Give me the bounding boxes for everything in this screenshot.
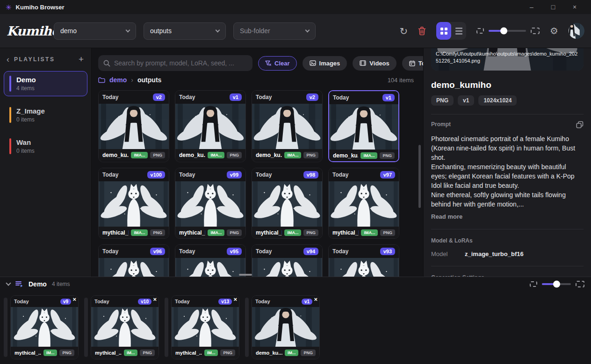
format-badge: PNG — [227, 152, 242, 158]
result-card[interactable]: Today v98 mythical_k... IMA... PNG — [252, 168, 323, 239]
card-thumbnail[interactable] — [175, 181, 245, 227]
card-thumbnail[interactable] — [175, 104, 245, 149]
playlist-card[interactable]: × Today v1 demo_ku... IM... PNG — [252, 295, 320, 359]
detail-badges: PNG v1 1024x1024 — [431, 95, 584, 106]
model-value: z_image_turbo_bf16 — [465, 250, 524, 257]
format-badge: PNG — [380, 152, 395, 159]
list-view-toggle[interactable] — [451, 22, 466, 40]
remove-from-playlist-button[interactable]: × — [153, 296, 157, 302]
type-badge: IMA... — [131, 229, 148, 236]
version-badge: v1 — [382, 94, 395, 101]
detail-badge: 1024x1024 — [478, 95, 517, 106]
minimize-button[interactable]: – — [521, 3, 542, 11]
filter-videos-button[interactable]: Videos — [353, 56, 396, 71]
card-thumbnail[interactable] — [329, 181, 399, 227]
thumbnail-size-slider[interactable] — [489, 30, 526, 32]
grid-scroll-handle[interactable] — [239, 274, 252, 276]
maximize-button[interactable]: □ — [542, 3, 564, 11]
result-card[interactable]: Today v94 mythical_k... IMA... PNG — [252, 244, 323, 277]
card-thumbnail[interactable] — [252, 258, 322, 277]
playlist-item[interactable]: Demo 4 items — [4, 71, 87, 96]
playlist-card[interactable]: × Today v9 mythical_... IM... PNG — [10, 295, 79, 359]
card-thumbnail[interactable] — [329, 258, 399, 277]
result-card[interactable]: Today v1 demo_ku... IMA... PNG — [328, 90, 399, 162]
playlist-color-bar — [9, 107, 11, 123]
collapse-sidebar-button[interactable]: ‹ — [7, 55, 9, 64]
remove-from-playlist-button[interactable]: × — [233, 296, 237, 302]
playlist-card-slot: × Today v9 mythical_... IM... PNG — [4, 295, 84, 359]
card-thumbnail[interactable] — [252, 307, 319, 347]
result-card[interactable]: Today v2 demo_ku... IMA... PNG — [252, 90, 323, 162]
card-thumbnail[interactable] — [91, 307, 159, 347]
card-thumbnail[interactable] — [99, 181, 169, 227]
card-thumbnail[interactable] — [99, 258, 169, 277]
preview-image[interactable]: C:\ComfyUI\output\kumiho\outputs\images\… — [431, 48, 584, 71]
version-badge: v13 — [218, 299, 232, 305]
large-thumb-icon — [576, 281, 584, 287]
filter-today-button[interactable]: Today — [402, 56, 423, 71]
grid-view-toggle[interactable] — [436, 22, 451, 40]
result-card[interactable]: Today v99 mythical_k... IMA... PNG — [175, 168, 246, 239]
result-card[interactable]: Today v95 mythical_k... IMA... PNG — [175, 244, 246, 277]
card-filename: mythical_... — [175, 350, 202, 356]
copy-icon[interactable] — [576, 121, 584, 128]
folder-dropdown[interactable]: demo — [54, 22, 136, 40]
card-date: Today — [333, 94, 349, 101]
remove-from-playlist-button[interactable]: × — [72, 296, 76, 302]
breadcrumb-folder: outputs — [137, 76, 161, 84]
settings-button[interactable]: ⚙ — [550, 26, 558, 36]
clear-filters-button[interactable]: Clear — [258, 56, 297, 71]
card-thumbnail[interactable] — [252, 104, 322, 149]
card-filename: mythical_k... — [332, 229, 359, 236]
collapse-panel-chevron-icon[interactable] — [6, 280, 11, 285]
format-badge: PNG — [380, 229, 395, 236]
result-card[interactable]: Today v100 mythical_k... IMA... PNG — [98, 168, 169, 239]
result-card[interactable]: Today v93 mythical_k... IMA... PNG — [328, 244, 399, 277]
format-badge: PNG — [301, 350, 316, 356]
drag-handle[interactable] — [165, 298, 168, 357]
result-card[interactable]: Today v1 demo_ku... IMA... PNG — [175, 90, 246, 162]
card-thumbnail[interactable] — [252, 181, 322, 227]
panel-playlist-name: Demo — [29, 280, 47, 288]
slider-knob[interactable] — [500, 28, 507, 35]
panel-zoom-slider[interactable] — [542, 283, 571, 285]
card-thumbnail[interactable] — [172, 307, 239, 347]
card-header: Today v2 — [99, 91, 169, 104]
remove-from-playlist-button[interactable]: × — [314, 296, 317, 302]
card-footer: mythical_k... IMA... PNG — [252, 227, 322, 238]
drag-handle[interactable] — [84, 298, 88, 357]
read-more-link[interactable]: Read more — [431, 213, 462, 220]
playlist-card[interactable]: × Today v13 mythical_... IM... PNG — [171, 295, 239, 359]
playlist-item[interactable]: Z_Image 0 items — [4, 102, 87, 128]
result-card[interactable]: Today v97 mythical_k... IMA... PNG — [328, 168, 399, 239]
close-button[interactable]: × — [564, 3, 585, 11]
user-avatar[interactable] — [569, 23, 584, 39]
playlist-card[interactable]: × Today v10 mythical_... IM... PNG — [91, 295, 159, 359]
format-badge: PNG — [140, 350, 155, 356]
search-input[interactable] — [114, 59, 247, 67]
vertical-scrollbar[interactable] — [418, 145, 421, 208]
slider-knob[interactable] — [553, 280, 560, 287]
card-thumbnail[interactable] — [11, 307, 78, 347]
refresh-button[interactable]: ↻ — [399, 26, 408, 36]
filter-images-button[interactable]: Images — [303, 56, 347, 71]
add-playlist-button[interactable]: + — [79, 55, 84, 64]
result-card[interactable]: Today v96 mythical_k... IMA... PNG — [98, 244, 169, 277]
breadcrumb-root[interactable]: demo — [109, 76, 127, 84]
card-thumbnail[interactable] — [175, 258, 245, 277]
card-footer: demo_ku... IM... PNG — [252, 347, 319, 359]
playlist-item[interactable]: Wan 0 items — [4, 134, 87, 159]
card-thumbnail[interactable] — [99, 104, 169, 149]
card-date: Today — [94, 299, 109, 304]
drag-handle[interactable] — [245, 298, 249, 357]
card-header: Today v93 — [329, 245, 399, 258]
delete-button[interactable] — [418, 27, 426, 36]
search-icon — [103, 60, 110, 67]
output-type-dropdown[interactable]: outputs — [144, 22, 226, 40]
subfolder-dropdown[interactable]: Sub-folder — [233, 22, 316, 40]
panel-zoom-control — [530, 281, 584, 287]
result-card[interactable]: Today v2 demo_ku... IMA... PNG — [98, 90, 169, 162]
card-header: Today v1 — [175, 91, 245, 104]
drag-handle[interactable] — [4, 298, 7, 357]
card-thumbnail[interactable] — [329, 104, 398, 150]
